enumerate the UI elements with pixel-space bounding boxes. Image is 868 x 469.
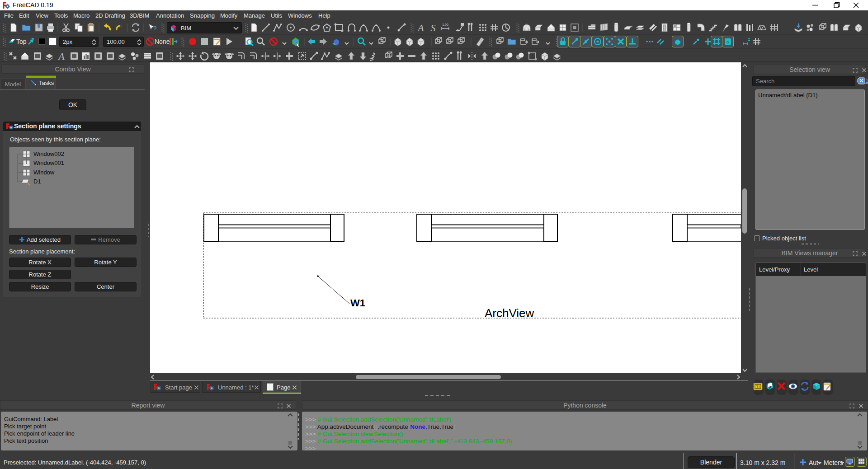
svg-text:A: A <box>57 51 65 62</box>
svg-text:o: o <box>726 40 729 44</box>
svg-text:W1: W1 <box>350 297 365 309</box>
svg-text:?: ? <box>153 25 157 32</box>
svg-text:A: A <box>417 22 424 33</box>
svg-text:1.00: 1.00 <box>442 23 448 26</box>
svg-text:S: S <box>431 22 436 33</box>
svg-text:ArchView: ArchView <box>485 306 534 320</box>
